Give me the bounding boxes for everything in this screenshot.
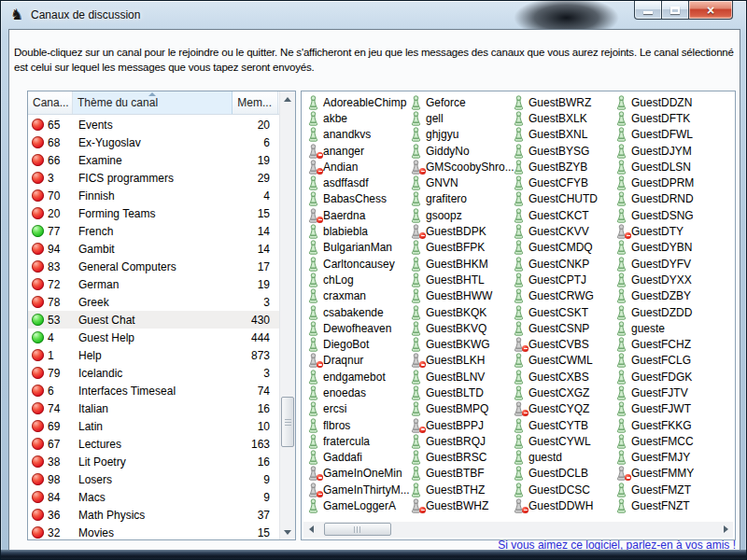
user-item[interactable]: GuestFJTV [613, 385, 715, 400]
user-item[interactable]: GuestCXGZ [510, 385, 613, 400]
channel-row[interactable]: 36Math Physics37 [28, 506, 279, 524]
user-item[interactable]: GuestCKCT [510, 207, 613, 223]
user-item[interactable]: ghjgyu [407, 127, 510, 143]
channel-row[interactable]: 79Icelandic3 [28, 364, 279, 382]
user-item[interactable]: GuestCKVV [510, 223, 613, 239]
user-item[interactable]: csabakende [304, 304, 407, 320]
user-item[interactable]: GuestBHKM [407, 256, 510, 272]
user-item[interactable]: ananger [304, 143, 407, 159]
user-item[interactable]: GuestBLTD [407, 385, 510, 400]
user-item[interactable]: GuestFJWT [613, 401, 715, 417]
horizontal-scrollbar-thumb[interactable] [324, 523, 391, 536]
user-item[interactable]: GuestBRSC [407, 450, 510, 466]
channel-row[interactable]: 1Help873 [28, 346, 279, 364]
user-item[interactable]: GuestBXNL [510, 127, 613, 143]
user-item[interactable]: GuestFCHZ [613, 336, 715, 352]
user-item[interactable]: GuestCPTJ [510, 272, 613, 287]
user-item[interactable]: BabasChess [304, 191, 407, 207]
user-item[interactable]: GuestBHWW [407, 288, 510, 304]
user-item[interactable]: GuestDFTK [613, 110, 715, 126]
user-item[interactable]: GuestDPRM [613, 175, 715, 190]
user-item[interactable]: gsoopz [407, 207, 510, 223]
user-item[interactable]: GuestFDGK [613, 369, 715, 385]
user-item[interactable]: GNVN [407, 175, 510, 190]
channel-row[interactable]: 4Guest Help444 [28, 329, 279, 346]
user-item[interactable]: GuestDZBY [613, 288, 715, 304]
user-item[interactable]: GuestCSNP [510, 320, 613, 336]
user-item[interactable]: GuestDSNG [613, 207, 715, 223]
user-item[interactable]: GuestBTHZ [407, 482, 510, 497]
user-item[interactable]: DiegoBot [304, 336, 407, 352]
user-item[interactable]: GiddyNo [407, 143, 510, 159]
user-item[interactable]: GameInThirtyM... [304, 482, 407, 497]
user-item[interactable]: Gaddafi [304, 450, 407, 466]
user-item[interactable]: Baerdna [304, 207, 407, 223]
user-item[interactable]: GuestFKKG [613, 417, 715, 433]
user-item[interactable]: GuestCMDQ [510, 240, 613, 256]
user-item[interactable]: GuestBXLK [510, 110, 613, 126]
channel-row[interactable]: 32Movies15 [28, 524, 279, 539]
channel-row[interactable]: 53Guest Chat430 [28, 311, 279, 329]
user-item[interactable]: fratercula [304, 433, 407, 449]
channel-row[interactable]: 78Greek3 [28, 293, 279, 311]
vertical-scrollbar-thumb[interactable] [281, 397, 294, 447]
user-item[interactable]: GuestFMZT [613, 482, 715, 497]
channel-row[interactable]: 3FICS programmers29 [28, 169, 279, 187]
user-item[interactable]: anandkvs [304, 127, 407, 143]
user-item[interactable]: GuestDDWH [510, 497, 613, 513]
user-item[interactable]: flbros [304, 417, 407, 433]
user-item[interactable]: GuestBYSG [510, 143, 613, 159]
user-item[interactable]: GuestCYTB [510, 417, 613, 433]
scroll-left-icon[interactable] [303, 522, 318, 537]
channel-row[interactable]: 38Lit Poetry16 [28, 453, 279, 470]
user-item[interactable]: GuestDZDD [613, 304, 715, 320]
user-item[interactable]: GuestBLKH [407, 353, 510, 369]
user-item[interactable]: GuestDFWL [613, 127, 715, 143]
channel-row[interactable]: 65Events20 [28, 116, 279, 133]
channel-row[interactable]: 67Lectures163 [28, 435, 279, 453]
user-item[interactable]: akbe [304, 110, 407, 126]
titlebar[interactable]: ♞ Canaux de discussion × [1, 1, 746, 29]
channel-row[interactable]: 66Examine19 [28, 151, 279, 169]
channel-row[interactable]: 20Forming Teams15 [28, 204, 279, 222]
user-item[interactable]: GuestBRQJ [407, 433, 510, 449]
user-item[interactable]: ercsi [304, 401, 407, 417]
column-header-theme[interactable]: Thème du canal [73, 91, 233, 114]
user-item[interactable]: GuestDYXX [613, 272, 715, 287]
user-item[interactable]: GuestBWHZ [407, 497, 510, 513]
user-item[interactable]: GuestBKQK [407, 304, 510, 320]
user-item[interactable]: GuestBZYB [510, 159, 613, 175]
user-item[interactable]: GuestDJYM [613, 143, 715, 159]
channel-row[interactable]: 98Losers9 [28, 470, 279, 488]
user-item[interactable]: GameLoggerA [304, 497, 407, 513]
user-item[interactable]: endgamebot [304, 369, 407, 385]
user-item[interactable]: GuestFMCC [613, 433, 715, 449]
user-item[interactable]: GuestDDZN [613, 94, 715, 110]
user-item[interactable]: GuestDLSN [613, 159, 715, 175]
user-item[interactable]: GuestFMJY [613, 450, 715, 466]
column-header-members[interactable]: Mem... [233, 91, 278, 114]
user-item[interactable]: GuestBPPJ [407, 417, 510, 433]
channel-row[interactable]: 84Macs9 [28, 488, 279, 506]
user-item[interactable]: Geforce [407, 94, 510, 110]
scroll-up-icon[interactable] [280, 91, 295, 106]
user-item[interactable]: GuestCXBS [510, 369, 613, 385]
user-item[interactable]: Carltoncausey [304, 256, 407, 272]
user-item[interactable]: GuestBKWG [407, 336, 510, 352]
user-item[interactable]: enoedas [304, 385, 407, 400]
channel-row[interactable]: 94Gambit14 [28, 240, 279, 258]
user-item[interactable]: AdoreableChimp [304, 94, 407, 110]
scroll-down-icon[interactable] [280, 525, 295, 539]
user-item[interactable]: GuestCVBS [510, 336, 613, 352]
channels-vertical-scrollbar[interactable] [279, 91, 295, 539]
channel-row[interactable]: 83General Computers17 [28, 258, 279, 275]
user-item[interactable]: GuestBHTL [407, 272, 510, 287]
channel-row[interactable]: 72German19 [28, 275, 279, 293]
user-item[interactable]: Draqnur [304, 353, 407, 369]
user-item[interactable]: craxman [304, 288, 407, 304]
user-item[interactable]: GuestFNZT [613, 497, 715, 513]
user-item[interactable]: GuestCSKT [510, 304, 613, 320]
user-item[interactable]: GuestCHUTD [510, 191, 613, 207]
user-item[interactable]: GuestDCSC [510, 482, 613, 497]
user-item[interactable]: GuestBDPK [407, 223, 510, 239]
